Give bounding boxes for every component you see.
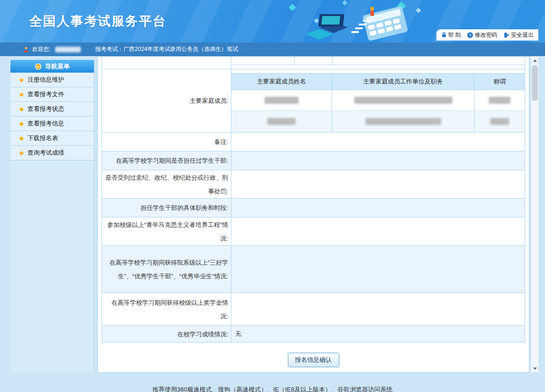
app-title: 全国人事考试服务平台 — [29, 13, 166, 30]
partial-divider — [294, 57, 295, 65]
table-row-academic-record: 在校学习成绩情况: 无 — [102, 326, 525, 342]
family-table-row — [231, 111, 525, 132]
redacted-relation — [489, 97, 511, 104]
family-col-unit: 主要家庭成员工作单位及职务 — [332, 74, 475, 90]
main-panel: 主要家庭成员: 主要家庭成员姓名 主要家庭成员工作单位及职务 称谓 — [97, 56, 529, 373]
lock-icon — [441, 32, 447, 38]
table-row-punishment: 是否受到过党纪、政纪、校纪处分或行政、刑事处罚: — [102, 170, 525, 199]
content-area: 导航菜单 注册信息维护 查看报考文件 查看报考状态 查看报考信息 下载报名表 — [0, 56, 545, 373]
sidebar-item-query-scores[interactable]: 查询考试成绩 — [10, 146, 94, 160]
row-value — [231, 151, 525, 170]
row-value — [231, 217, 525, 245]
user-icon — [23, 46, 29, 53]
row-label — [102, 57, 231, 69]
table-row-partial — [102, 57, 525, 69]
sidebar-item-download-form[interactable]: 下载报名表 — [10, 131, 94, 146]
redacted-unit — [366, 118, 441, 125]
table-row-marxist-program: 参加校级以上“青年马克思主义者培养工程”情况: — [102, 217, 525, 246]
sidebar: 导航菜单 注册信息维护 查看报考文件 查看报考状态 查看报考信息 下载报名表 — [10, 60, 94, 373]
help-label: 帮 助 — [448, 31, 461, 39]
row-value — [231, 246, 525, 292]
table-row-family: 主要家庭成员: 主要家庭成员姓名 主要家庭成员工作单位及职务 称谓 — [102, 69, 525, 133]
confirm-button-row: 报名信息确认 — [102, 353, 525, 367]
scrollbar-thumb[interactable] — [532, 65, 538, 101]
redacted-name — [264, 97, 298, 104]
header-actions: 帮 助 ? 修改密码 安全退出 — [436, 29, 538, 41]
sidebar-item-register-info[interactable]: 注册信息维护 — [10, 73, 94, 87]
question-icon: ? — [467, 32, 473, 38]
sidebar-item-label: 查看报考信息 — [27, 119, 64, 128]
arrow-down-icon — [533, 367, 537, 370]
exit-icon — [503, 32, 510, 38]
table-row-honors: 在高等学校学习期间获得院系级以上“三好学生”、“优秀学生干部”、“优秀毕业生”情… — [102, 246, 525, 293]
row-label: 在高等学校学习期间获得院系级以上“三好学生”、“优秀学生干部”、“优秀毕业生”情… — [102, 246, 231, 292]
sidebar-item-label: 查看报考文件 — [27, 90, 64, 99]
table-row-remarks: 备注: — [102, 133, 525, 151]
row-label: 担任学生干部的具体职务和时段: — [102, 199, 231, 217]
logout-label: 安全退出 — [511, 31, 534, 39]
bullet-icon — [19, 92, 24, 97]
row-value — [231, 133, 525, 151]
bullet-icon — [19, 107, 24, 111]
family-table-row — [231, 90, 525, 111]
family-table-header: 主要家庭成员姓名 主要家庭成员工作单位及职务 称谓 — [231, 73, 525, 90]
redacted-relation — [490, 118, 509, 125]
nav-menu-title: 导航菜单 — [45, 62, 70, 71]
row-label: 主要家庭成员: — [102, 69, 231, 132]
nav-menu-header[interactable]: 导航菜单 — [10, 60, 94, 73]
browser-recommendation: 推荐使用360极速模式、搜狗（高速模式）、IE（IE8及以上版本）、谷歌浏览器访… — [153, 385, 393, 392]
svg-text:?: ? — [469, 33, 472, 37]
row-value: 无 — [231, 326, 525, 342]
sidebar-item-label: 注册信息维护 — [27, 75, 64, 84]
vertical-scrollbar[interactable] — [531, 56, 539, 373]
sidebar-item-exam-status[interactable]: 查看报考状态 — [10, 102, 94, 117]
partial-divider — [332, 57, 332, 65]
family-col-relation: 称谓 — [475, 74, 525, 90]
redacted-unit — [354, 97, 452, 104]
nav-menu-icon — [35, 63, 42, 70]
bullet-icon — [19, 136, 24, 141]
bullet-icon — [19, 121, 24, 126]
redacted-username — [55, 47, 81, 52]
row-value — [231, 199, 525, 217]
user-bar: 欢迎您: 报考考试：广西2024年度考试录用公务员（选调生）笔试 — [0, 42, 545, 56]
row-label: 在高等学校学习期间获得校级以上奖学金情况: — [102, 293, 231, 325]
bullet-icon — [19, 150, 24, 155]
table-row-cadre-position: 担任学生干部的具体职务和时段: — [102, 199, 525, 217]
bullet-icon — [19, 77, 24, 82]
scroll-down-button[interactable] — [531, 365, 538, 372]
scroll-up-button[interactable] — [531, 57, 538, 64]
table-row-scholarship: 在高等学校学习期间获得校级以上奖学金情况: — [102, 293, 525, 326]
row-label: 参加校级以上“青年马克思主义者培养工程”情况: — [102, 217, 231, 245]
help-button[interactable]: 帮 助 — [441, 31, 461, 39]
table-row-student-cadre: 在高等学校学习期间是否担任过学生干部: — [102, 151, 525, 170]
welcome-label: 欢迎您: — [32, 45, 51, 53]
family-col-name: 主要家庭成员姓名 — [231, 74, 332, 90]
partial-divider — [231, 65, 525, 65]
redacted-name — [267, 118, 296, 125]
row-value — [231, 170, 525, 198]
page: 全国人事考试服务平台 帮 助 ? 修改密码 — [0, 0, 545, 392]
arrow-up-icon — [533, 59, 537, 62]
confirm-registration-button[interactable]: 报名信息确认 — [288, 353, 339, 367]
row-label: 在校学习成绩情况: — [102, 326, 231, 342]
sidebar-item-exam-files[interactable]: 查看报考文件 — [10, 87, 94, 102]
sidebar-item-label: 查看报考状态 — [27, 105, 64, 113]
family-members-table: 主要家庭成员姓名 主要家庭成员工作单位及职务 称谓 — [231, 73, 525, 132]
header-illustration — [286, 0, 433, 42]
row-value: 主要家庭成员姓名 主要家庭成员工作单位及职务 称谓 — [231, 69, 525, 132]
exam-title: 报考考试：广西2024年度考试录用公务员（选调生）笔试 — [95, 45, 238, 53]
logout-button[interactable]: 安全退出 — [503, 31, 534, 39]
change-password-button[interactable]: ? 修改密码 — [467, 31, 497, 39]
row-value — [231, 57, 525, 69]
change-password-label: 修改密码 — [475, 31, 497, 39]
sidebar-item-exam-info[interactable]: 查看报考信息 — [10, 117, 94, 131]
row-label: 是否受到过党纪、政纪、校纪处分或行政、刑事处罚: — [102, 170, 231, 198]
row-label: 在高等学校学习期间是否担任过学生干部: — [102, 151, 231, 170]
app-header: 全国人事考试服务平台 帮 助 ? 修改密码 — [0, 0, 545, 42]
row-label: 备注: — [102, 133, 231, 151]
sidebar-filler — [10, 160, 94, 373]
registration-form-table: 主要家庭成员: 主要家庭成员姓名 主要家庭成员工作单位及职务 称谓 — [102, 57, 525, 342]
page-footer: 推荐使用360极速模式、搜狗（高速模式）、IE（IE8及以上版本）、谷歌浏览器访… — [0, 373, 545, 392]
row-value — [231, 293, 525, 325]
